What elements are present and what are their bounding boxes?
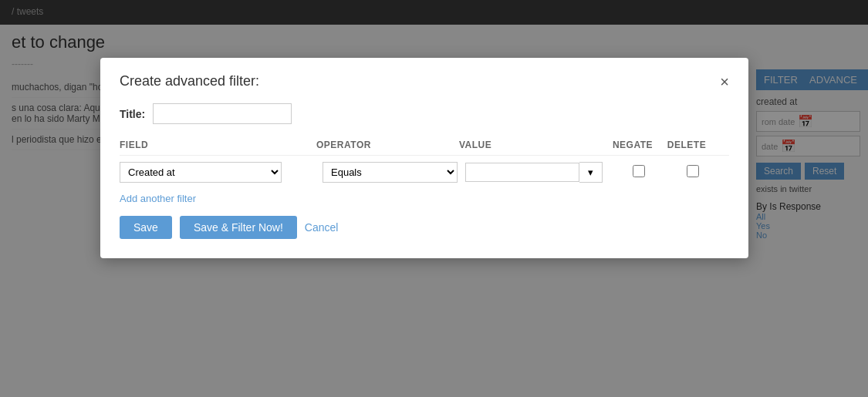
close-button[interactable]: × (720, 74, 729, 89)
field-cell: Created at Text Retweets Favorites Date (120, 162, 316, 183)
operator-cell: Equals Contains Greater than Less than (316, 162, 459, 183)
cancel-button[interactable]: Cancel (305, 221, 339, 234)
modal-dialog: Create advanced filter: × Title: FIELD O… (100, 58, 748, 258)
filter-row: Created at Text Retweets Favorites Date … (120, 162, 729, 183)
negate-cell (608, 165, 670, 180)
title-input[interactable] (153, 103, 292, 124)
field-select[interactable]: Created at Text Retweets Favorites Date (120, 162, 282, 183)
value-input[interactable] (465, 163, 579, 182)
save-filter-button[interactable]: Save & Filter Now! (180, 216, 297, 239)
modal-title: Create advanced filter: (120, 73, 259, 89)
add-filter-link[interactable]: Add another filter (120, 193, 196, 204)
modal-footer: Save Save & Filter Now! Cancel (120, 216, 729, 239)
filter-table-header: FIELD OPERATOR VALUE NEGATE DELETE (120, 140, 729, 156)
delete-checkbox[interactable] (687, 165, 699, 177)
col-field-header: FIELD (120, 140, 316, 150)
negate-checkbox[interactable] (633, 165, 645, 177)
modal-header: Create advanced filter: × (120, 73, 729, 89)
save-button[interactable]: Save (120, 216, 172, 239)
title-label: Title: (120, 108, 145, 120)
col-value-header: VALUE (459, 140, 602, 150)
col-delete-header: DELETE (664, 140, 710, 150)
title-row: Title: (120, 103, 729, 124)
col-negate-header: NEGATE (602, 140, 664, 150)
operator-select[interactable]: Equals Contains Greater than Less than (323, 162, 458, 183)
col-operator-header: OPERATOR (316, 140, 459, 150)
value-cell: ▾ (465, 162, 608, 183)
delete-cell (670, 165, 716, 180)
value-dropdown-button[interactable]: ▾ (579, 162, 603, 183)
